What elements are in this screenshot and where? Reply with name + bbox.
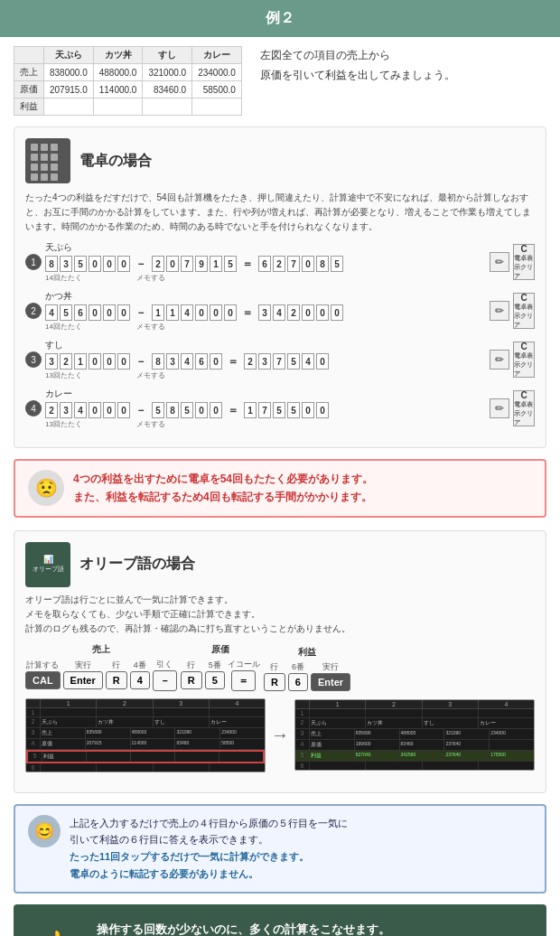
desc-line1: 左図全ての項目の売上から xyxy=(260,46,546,66)
calc-right-1: ✏ C 電卓表示クリア xyxy=(490,244,535,280)
num4-button[interactable]: 4 xyxy=(130,671,150,689)
row-content-2: かつ丼 456000 － 114000 ＝ 342000 xyxy=(45,290,486,332)
row-num-3: 3 xyxy=(25,351,42,368)
cost-digits-4: 58500 xyxy=(152,402,222,418)
info-avatar: 😊 xyxy=(28,815,61,847)
cell-cost-curry: 58500.0 xyxy=(192,81,242,98)
olive-desc: オリーブ語は行ごとに並んで一気に計算できます。 メモを取らなくても、少ない手順で… xyxy=(25,593,535,636)
cell-cost-tenpura: 207915.0 xyxy=(44,81,94,98)
alert-line1: 4つの利益を出すために電卓を54回もたたく必要があります。 xyxy=(73,470,373,488)
cell-profit-curry xyxy=(192,98,242,116)
info-text: 上記を入力するだけで売上の４行目から原価の５行目を一気に 引いて利益の６行目に答… xyxy=(70,815,348,883)
col-katsudon: カツ丼 xyxy=(93,47,143,64)
footer-left: 👍 オリーブ語なら！ xyxy=(26,929,84,936)
result-digits-1: 627085 xyxy=(258,256,343,272)
enter-button-2[interactable]: Enter xyxy=(311,673,350,691)
footer-text: 操作する回数が少ないのに、多くの計算をこなせます。 押し間違いや記憶が曖昧になる… xyxy=(97,919,390,936)
screenshots-row: 1 2 3 4 1 2 天ぷら カツ丼 すし カレー xyxy=(25,698,535,772)
cell-sales-sushi: 321000.0 xyxy=(143,64,192,81)
arrow-button-4[interactable]: ✏ xyxy=(490,398,509,418)
calc-right-2: ✏ C 電卓表示クリア xyxy=(490,293,535,329)
info-line2: 引いて利益の６行目に答えを表示できます。 xyxy=(70,831,348,848)
row-label-curry: カレー xyxy=(45,388,486,400)
cost-digits-1: 207915 xyxy=(152,256,237,272)
arrow-button-3[interactable]: ✏ xyxy=(490,350,509,370)
sale-digits-2: 456000 xyxy=(45,304,130,321)
num5-button[interactable]: 5 xyxy=(205,671,225,689)
cost-digits-2: 114000 xyxy=(152,304,237,321)
arrow-icon: → xyxy=(271,725,289,745)
footer-line1: 操作する回数が少ないのに、多くの計算をこなせます。 xyxy=(97,919,390,936)
cell-profit-katsudon xyxy=(93,98,143,116)
row-num-2: 2 xyxy=(25,303,42,319)
before-screenshot: 1 2 3 4 1 2 天ぷら カツ丼 すし カレー xyxy=(25,698,266,772)
cell-cost-sushi: 83460.0 xyxy=(143,81,192,98)
thumbs-up-icon: 👍 xyxy=(40,929,71,936)
calc-row-2: 2 かつ丼 456000 － 114000 ＝ 342000 xyxy=(25,290,535,332)
table-section: 天ぷら カツ丼 すし カレー 売上 838000.0 488000.0 3210… xyxy=(14,46,546,116)
row-cost-label: 原価 xyxy=(14,81,44,98)
alert-text: 4つの利益を出すために電卓を54回もたたく必要があります。 また、利益を転記する… xyxy=(73,470,373,507)
cell-sales-tenpura: 838000.0 xyxy=(44,64,94,81)
col-tenpura: 天ぷら xyxy=(44,47,94,64)
data-table: 天ぷら カツ丼 すし カレー 売上 838000.0 488000.0 3210… xyxy=(14,46,242,116)
arrow-button-1[interactable]: ✏ xyxy=(490,252,509,272)
formula-sales-group: 売上 計算する CAL 実行 Enter 行 R 4番 xyxy=(25,643,177,691)
r-button-2[interactable]: R xyxy=(181,671,202,689)
r-button-3[interactable]: R xyxy=(264,673,285,691)
col-curry: カレー xyxy=(192,47,242,64)
c-button-2[interactable]: C 電卓表示クリア xyxy=(513,293,535,329)
calculator-icon xyxy=(25,138,70,183)
calc-row-3: 3 すし 321000 － 83460 ＝ 237540 xyxy=(25,339,535,380)
row-label-katsudon: かつ丼 xyxy=(45,290,486,303)
c-button-1[interactable]: C 電卓表示クリア xyxy=(513,244,535,280)
calc-title: 電卓の場合 xyxy=(79,152,152,171)
calc-row-1: 1 天ぷら 835000 － 207915 ＝ 627085 xyxy=(25,241,535,283)
info-line4: 電卓のように転記する必要がありません。 xyxy=(70,866,348,883)
page-header: 例２ xyxy=(0,0,560,37)
formula-sales-buttons: 計算する CAL 実行 Enter 行 R 4番 4 xyxy=(25,659,177,691)
minus-button[interactable]: － xyxy=(153,670,177,691)
table-description: 左図全ての項目の売上から 原価を引いて利益を出してみましょう。 xyxy=(260,46,546,116)
sale-digits-3: 321000 xyxy=(45,353,130,370)
olive-section: 📊 オリーブ語 オリーブ語の場合 オリーブ語は行ごとに並んで一気に計算できます。… xyxy=(14,530,546,793)
formula-display: 売上 計算する CAL 実行 Enter 行 R 4番 xyxy=(25,643,535,691)
r-button-1[interactable]: R xyxy=(106,671,127,689)
calc-right-4: ✏ C 電卓表示クリア xyxy=(490,390,535,426)
c-button-3[interactable]: C 電卓表示クリア xyxy=(513,342,535,378)
olive-header: 📊 オリーブ語 オリーブ語の場合 xyxy=(25,542,535,587)
enter-button-1[interactable]: Enter xyxy=(63,671,103,689)
row-content-4: カレー 234000 － 58500 ＝ 175500 xyxy=(45,388,486,429)
formula-profit-group: 利益 行 R 6番 6 実行 Enter xyxy=(264,646,350,691)
result-digits-3: 237540 xyxy=(244,353,329,370)
info-box: 😊 上記を入力するだけで売上の４行目から原価の５行目を一気に 引いて利益の６行目… xyxy=(14,804,546,894)
col-sushi: すし xyxy=(143,47,192,64)
alert-box: 😟 4つの利益を出すために電卓を54回もたたく必要があります。 また、利益を転記… xyxy=(14,459,546,518)
num6-button[interactable]: 6 xyxy=(288,673,308,691)
info-line1: 上記を入力するだけで売上の４行目から原価の５行目を一気に xyxy=(70,815,348,832)
calc-rows: 1 天ぷら 835000 － 207915 ＝ 627085 xyxy=(25,241,535,429)
row-content-1: 天ぷら 835000 － 207915 ＝ 627085 xyxy=(45,241,486,283)
cell-profit-sushi xyxy=(143,98,192,116)
calc-header: 電卓の場合 xyxy=(25,138,535,183)
info-line3: たった11回タップするだけで一気に計算ができます。 xyxy=(70,848,348,866)
cal-button[interactable]: CAL xyxy=(25,671,61,689)
alert-avatar: 😟 xyxy=(28,470,64,506)
page-title: 例２ xyxy=(266,10,294,25)
result-digits-2: 342000 xyxy=(258,304,343,321)
cell-sales-curry: 234000.0 xyxy=(192,64,242,81)
olive-icon: 📊 オリーブ語 xyxy=(25,542,70,587)
calc-desc: たった4つの利益をだすだけで、54回も計算機をたたき、押し間違えたり、計算途中で… xyxy=(25,191,535,234)
footer-box: 👍 オリーブ語なら！ 操作する回数が少ないのに、多くの計算をこなせます。 押し間… xyxy=(14,904,546,936)
olive-title: オリーブ語の場合 xyxy=(79,555,195,574)
cell-sales-katsudon: 488000.0 xyxy=(93,64,143,81)
calc-row-4: 4 カレー 234000 － 58500 ＝ 175500 xyxy=(25,388,535,429)
calc-right-3: ✏ C 電卓表示クリア xyxy=(490,342,535,378)
row-content-3: すし 321000 － 83460 ＝ 237540 xyxy=(45,339,486,380)
c-button-4[interactable]: C 電卓表示クリア xyxy=(513,390,535,426)
alert-line2: また、利益を転記するため4回も転記する手間がかかります。 xyxy=(73,488,373,506)
equal-button[interactable]: ＝ xyxy=(231,670,256,691)
row-profit-label: 利益 xyxy=(14,98,44,116)
cell-profit-tenpura xyxy=(44,98,94,116)
arrow-button-2[interactable]: ✏ xyxy=(490,301,509,321)
